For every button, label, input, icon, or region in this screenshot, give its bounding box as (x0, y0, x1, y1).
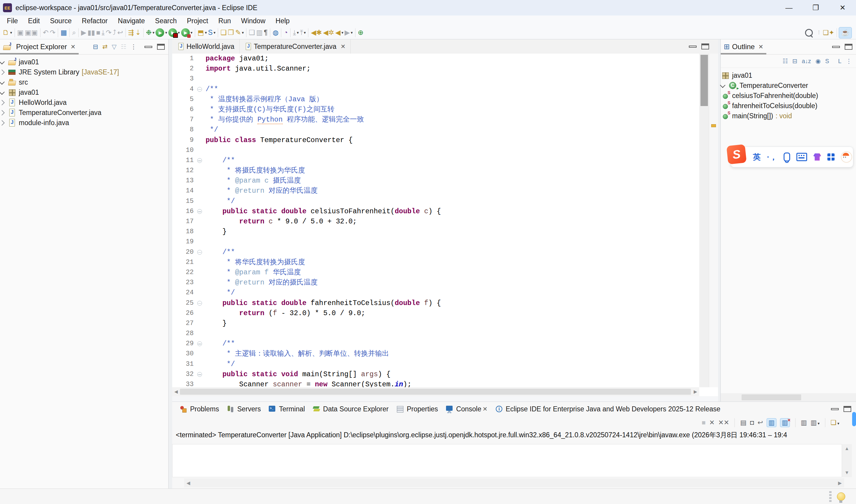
ime-punctuation-toggle[interactable]: ·， (767, 153, 777, 161)
tree-chevron-icon[interactable] (0, 79, 5, 84)
dropdown-caret-icon[interactable]: ▾ (341, 30, 343, 35)
filter-icon[interactable]: ▽ (112, 43, 117, 50)
close-icon[interactable]: ✕ (758, 43, 763, 50)
collapse-all-icon[interactable]: ⊟ (93, 43, 98, 50)
scroll-lock-button[interactable]: ◘▾ (750, 419, 754, 427)
sogou-logo-icon[interactable]: S (726, 144, 747, 164)
word-wrap-button[interactable]: ↩▾ (758, 419, 763, 427)
minimize-editor-icon[interactable] (689, 46, 697, 48)
maximize-editor-icon[interactable] (701, 43, 709, 50)
menu-item[interactable]: Run (213, 17, 236, 25)
outline-horizontal-scrollbar[interactable] (721, 393, 856, 401)
warning-marker[interactable] (711, 124, 716, 127)
fold-collapse-icon[interactable] (197, 341, 202, 346)
outline-item[interactable]: java01 (721, 70, 856, 80)
hide-fields-button[interactable]: ◉ (816, 57, 821, 65)
editor-horizontal-scrollbar[interactable]: ◀ ▶ (172, 387, 699, 396)
tree-item[interactable]: java01 (0, 57, 168, 67)
close-tab-icon[interactable]: ✕ (341, 43, 345, 50)
editor-tab[interactable]: TemperatureConverter.java ✕ (239, 39, 351, 54)
tree-item[interactable]: HelloWorld.java (0, 97, 168, 108)
notification-bulb-icon[interactable] (837, 492, 845, 501)
fold-collapse-icon[interactable] (197, 301, 202, 306)
tree-item[interactable]: JRE System Library [JavaSE-17] (0, 67, 168, 77)
hide-local-types-button[interactable]: L (838, 58, 841, 65)
dropdown-caret-icon[interactable]: ▾ (304, 30, 306, 35)
fold-collapse-icon[interactable] (197, 250, 202, 255)
tree-item[interactable]: src (0, 77, 168, 87)
view-menu-icon[interactable]: ⋮ (130, 43, 137, 50)
dropdown-caret-icon[interactable]: ▾ (153, 30, 155, 35)
sort-button[interactable]: a↓z (802, 58, 811, 65)
dropdown-caret-icon[interactable]: ▾ (214, 30, 216, 35)
hide-static-button[interactable]: S (825, 58, 829, 65)
show-on-stderr-button[interactable]: ▥✕▾ (780, 418, 790, 427)
console-output[interactable] (172, 444, 842, 477)
outline-tab[interactable]: ⊞ Outline ✕ (721, 39, 766, 54)
dropdown-caret-icon[interactable]: ▾ (297, 30, 299, 35)
pin-console-button[interactable]: ▥▾ (801, 419, 807, 427)
maximize-view-icon[interactable] (843, 406, 851, 412)
menu-item[interactable]: Refactor (77, 17, 113, 25)
fold-collapse-icon[interactable] (197, 158, 202, 163)
view-menu-button[interactable]: ⋮ (846, 57, 852, 65)
outline-item[interactable]: main(String[]) : void (721, 111, 856, 121)
tree-chevron-icon[interactable] (720, 82, 725, 88)
tab-welcome-info[interactable]: Eclipse IDE for Enterprise Java and Web … (491, 402, 724, 416)
dropdown-caret-icon[interactable]: ▾ (178, 30, 180, 35)
dropdown-caret-icon[interactable]: ▾ (205, 30, 207, 35)
close-icon[interactable]: ✕ (482, 406, 487, 413)
editor-vertical-scrollbar[interactable] (699, 54, 709, 387)
dropdown-caret-icon[interactable]: ▾ (191, 30, 193, 35)
menu-item[interactable]: Edit (23, 17, 45, 25)
minimize-view-icon[interactable] (831, 408, 839, 410)
maximize-view-icon[interactable] (157, 44, 165, 50)
menu-item[interactable]: Source (45, 17, 77, 25)
close-icon[interactable]: ✕ (71, 43, 76, 50)
dropdown-caret-icon[interactable]: ▾ (165, 30, 167, 35)
clear-console-button[interactable]: ▤▾ (740, 419, 746, 427)
tab-console[interactable]: Console ✕ (442, 402, 491, 416)
minimize-view-icon[interactable] (832, 46, 840, 48)
java-perspective-button[interactable]: ☕ (839, 27, 852, 38)
tree-item[interactable]: java01 (0, 87, 168, 97)
fold-collapse-icon[interactable] (197, 87, 202, 92)
minimize-view-icon[interactable] (144, 46, 152, 48)
scroll-left-icon[interactable]: ◀ (172, 389, 180, 394)
tree-chevron-icon[interactable] (0, 69, 5, 75)
outline-item[interactable]: celsiusToFahrenheit(double) (721, 91, 856, 101)
menu-item[interactable]: File (2, 17, 23, 25)
menu-item[interactable]: Help (270, 17, 295, 25)
focus-button[interactable]: ☷ (782, 57, 788, 65)
ime-apps-icon[interactable] (827, 154, 835, 161)
open-console-button[interactable]: ❏▾ (831, 419, 839, 427)
tab-data-source-explorer[interactable]: Data Source Explorer ✕ (309, 402, 392, 416)
microphone-icon[interactable] (784, 152, 790, 161)
collapse-all-button[interactable]: ⊟ (792, 57, 797, 65)
outline-item[interactable]: TemperatureConverter (721, 80, 856, 91)
code-editor[interactable]: 1 package java01; 2 import java.util.Sca… (172, 54, 699, 387)
tree-chevron-icon[interactable] (0, 110, 5, 115)
console-vertical-scrollbar[interactable]: ▲▼ (842, 444, 852, 477)
dropdown-caret-icon[interactable]: ▾ (242, 30, 244, 35)
menu-item[interactable]: Navigate (113, 17, 150, 25)
search-icon[interactable] (805, 29, 813, 37)
skin-icon[interactable] (814, 154, 821, 161)
fold-collapse-icon[interactable] (197, 209, 202, 214)
menu-item[interactable]: Window (236, 17, 270, 25)
tree-chevron-icon[interactable] (0, 100, 5, 105)
remove-all-terminated-button[interactable]: ✕✕▾ (718, 419, 729, 427)
dropdown-caret-icon[interactable]: ▾ (10, 30, 12, 35)
remove-launch-button[interactable]: ✕▾ (709, 419, 714, 427)
scrollbar-thumb[interactable] (742, 394, 801, 400)
display-console-button[interactable]: ▥▾ (810, 419, 819, 427)
tree-item[interactable]: module-info.java (0, 118, 168, 128)
keyboard-icon[interactable] (797, 153, 807, 161)
menu-item[interactable]: Search (150, 17, 182, 25)
link-with-editor-icon[interactable]: ⇄ (102, 43, 108, 50)
scroll-right-icon[interactable]: ▶ (692, 389, 699, 394)
tab-properties[interactable]: Properties ✕ (392, 402, 442, 416)
project-explorer-tab[interactable]: Project Explorer ✕ (0, 39, 79, 54)
terminate-button[interactable]: ■▾ (702, 419, 706, 427)
console-horizontal-scrollbar[interactable]: ◀▶ (184, 479, 844, 487)
